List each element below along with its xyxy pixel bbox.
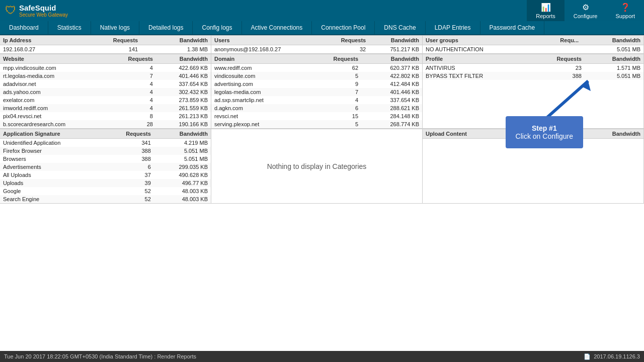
table-cell: 401.446 KB	[361, 88, 422, 96]
table-row: Browsers3885.051 MB	[0, 155, 211, 163]
table-cell: 1.38 MB	[141, 45, 211, 54]
dom-col-bandwidth: Bandwidth	[361, 54, 422, 64]
tab-active-connections[interactable]: Active Connections	[242, 21, 312, 34]
table-cell: b.scorecardresearch.com	[0, 120, 107, 128]
table-cell: ANTIVIRUS	[423, 64, 531, 72]
table-row: d.agkn.com6288.621 KB	[211, 104, 422, 112]
svg-line-0	[543, 81, 588, 121]
table-row: ads.yahoo.com4302.432 KB	[0, 88, 211, 96]
prof-col-requests: Requests	[531, 54, 585, 64]
nav-reports-label: Reports	[536, 13, 555, 19]
table-cell: 261.213 KB	[156, 112, 211, 120]
table-cell: 261.559 KB	[156, 104, 211, 112]
table-cell: vindicosuite.com	[211, 72, 307, 80]
table-cell: imworld.rediff.com	[0, 104, 107, 112]
table-row: vindicosuite.com5422.802 KB	[211, 72, 422, 80]
table-cell: 273.859 KB	[156, 96, 211, 104]
table-cell: 37	[104, 171, 154, 179]
table-cell: 9	[307, 80, 361, 88]
nav-configure-label: Configure	[574, 13, 598, 19]
support-icon: ❓	[620, 3, 630, 12]
table-cell: 337.654 KB	[361, 96, 422, 104]
table-cell: 4	[307, 96, 361, 104]
table-cell: 141	[78, 45, 141, 54]
table-row: advertising.com9412.484 KB	[211, 80, 422, 88]
tab-dns-cache[interactable]: DNS Cache	[375, 21, 425, 34]
table-cell: 302.432 KB	[156, 88, 211, 96]
table-cell: 32	[322, 45, 369, 54]
table-row: BYPASS TEXT FILTER3885.051 MB	[423, 72, 643, 80]
section-website: Website Requests Bandwidth mpp.vindicosu…	[0, 54, 211, 129]
table-cell: 28	[107, 120, 156, 128]
ip-col-ip: Ip Address	[0, 36, 78, 45]
table-cell: 284.148 KB	[361, 112, 422, 120]
table-cell: 5	[307, 72, 361, 80]
categories-empty-msg: Nothing to display in Categories	[267, 162, 367, 170]
web-col-requests: Requests	[107, 54, 156, 64]
tabbar: Dashboard Statistics Native logs Detaile…	[0, 21, 644, 35]
section-ip: Ip Address Requests Bandwidth 192.168.0.…	[0, 36, 211, 54]
table-cell: 496.77 KB	[154, 179, 211, 187]
table-row: pix04.revsci.net8261.213 KB	[0, 112, 211, 120]
ug-col-group: User groups	[423, 36, 537, 45]
tab-ldap-entries[interactable]: LDAP Entries	[426, 21, 480, 34]
table-cell: 190.166 KB	[156, 120, 211, 128]
table-row: imworld.rediff.com4261.559 KB	[0, 104, 211, 112]
ip-col-requests: Requests	[78, 36, 141, 45]
table-cell: NO AUTHENTICATION	[423, 45, 537, 54]
table-cell: advertising.com	[211, 80, 307, 88]
table-cell: 337.654 KB	[156, 80, 211, 88]
section-usergroups: User groups Requ... Bandwidth NO AUTHENT…	[423, 36, 644, 54]
section-upload: Upload Content Requests Bandwidth	[423, 129, 644, 204]
table-cell: 288.621 KB	[361, 104, 422, 112]
table-cell: Firefox Browser	[0, 147, 104, 155]
section-appsig: Application Signature Requests Bandwidth…	[0, 129, 211, 204]
table-cell: 6	[104, 163, 154, 171]
section-profile: Profile Requests Bandwidth ANTIVIRUS231.…	[423, 54, 644, 129]
table-row: ANTIVIRUS231.571 MB	[423, 64, 643, 72]
tab-connection-pool[interactable]: Connection Pool	[312, 21, 375, 34]
nav-icons: 📊 Reports ⚙ Configure ❓ Support	[527, 0, 644, 21]
table-row: serving.plexop.net5268.774 KB	[211, 120, 422, 128]
main-content: Ip Address Requests Bandwidth 192.168.0.…	[0, 35, 644, 351]
nav-support-label: Support	[615, 13, 635, 19]
logo-sub: Secure Web Gateway	[19, 12, 68, 18]
app-col-requests: Requests	[104, 129, 154, 139]
nav-configure[interactable]: ⚙ Configure	[565, 0, 607, 21]
table-cell: 8	[107, 112, 156, 120]
web-col-bandwidth: Bandwidth	[156, 54, 211, 64]
table-cell: 422.802 KB	[361, 72, 422, 80]
table-cell: 15	[307, 112, 361, 120]
tab-dashboard[interactable]: Dashboard	[0, 21, 48, 34]
table-cell: 62	[307, 64, 361, 72]
tab-statistics[interactable]: Statistics	[48, 21, 91, 34]
configure-icon: ⚙	[582, 3, 589, 12]
tab-password-cache[interactable]: Password Cache	[480, 21, 545, 34]
reports-icon: 📊	[541, 3, 551, 12]
table-cell: www.rediff.com	[211, 64, 307, 72]
section-users: Users Requests Bandwidth anonymous@192.1…	[211, 36, 423, 54]
profile-table: Profile Requests Bandwidth ANTIVIRUS231.…	[423, 54, 643, 80]
table-cell: 6	[307, 104, 361, 112]
ip-table: Ip Address Requests Bandwidth 192.168.0.…	[0, 36, 211, 53]
table-cell: ads.yahoo.com	[0, 88, 107, 96]
nav-support[interactable]: ❓ Support	[606, 0, 644, 21]
table-row: mpp.vindicosuite.com4422.669 KB	[0, 64, 211, 72]
logo-area: 🛡 SafeSquid Secure Web Gateway	[0, 0, 73, 21]
table-cell: BYPASS TEXT FILTER	[423, 72, 531, 80]
table-row: NO AUTHENTICATION5.051 MB	[423, 45, 643, 54]
upload-col-requests: Requests	[515, 129, 576, 139]
table-cell: 341	[104, 139, 154, 147]
table-cell: 7	[307, 88, 361, 96]
logo-main: SafeSquid	[19, 4, 68, 12]
table-row: revsci.net15284.148 KB	[211, 112, 422, 120]
tab-native-logs[interactable]: Native logs	[91, 21, 139, 34]
table-cell: Unidentified Application	[0, 139, 104, 147]
table-cell: 1.571 MB	[585, 64, 643, 72]
table-cell: 4	[107, 80, 156, 88]
table-row: Firefox Browser3885.051 MB	[0, 147, 211, 155]
nav-reports[interactable]: 📊 Reports	[527, 0, 565, 21]
table-row: b.scorecardresearch.com28190.166 KB	[0, 120, 211, 128]
tab-detailed-logs[interactable]: Detailed logs	[139, 21, 193, 34]
tab-config-logs[interactable]: Config logs	[193, 21, 242, 34]
